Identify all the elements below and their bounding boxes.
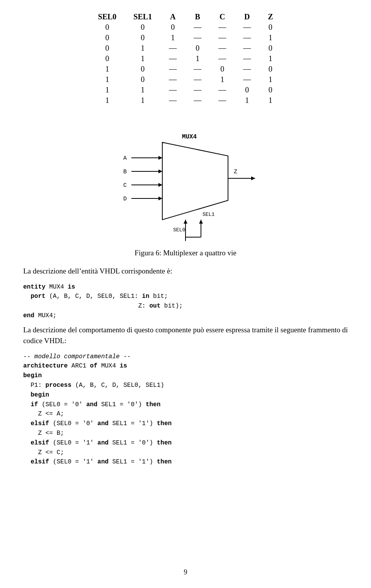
table-cell: 1 (185, 53, 210, 64)
table-cell: 0 (125, 74, 160, 85)
page-number: 9 (0, 568, 371, 576)
mux4-diagram: MUX4 A B C D Z (108, 117, 263, 241)
table-cell: 0 (125, 64, 160, 74)
table-row: 01—0——0 (90, 43, 282, 53)
svg-marker-15 (251, 176, 255, 180)
table-row: 000———0 (90, 22, 282, 32)
table-cell: — (235, 64, 259, 74)
table-cell: 0 (259, 43, 281, 53)
table-cell: 0 (90, 53, 125, 64)
table-cell: — (185, 22, 210, 32)
table-cell: — (185, 95, 210, 106)
paragraph-1: La descrizione dell’entità VHDL corrispo… (23, 266, 348, 277)
table-cell: 1 (90, 64, 125, 74)
table-cell: — (210, 43, 235, 53)
table-row: 11———00 (90, 85, 282, 95)
table-cell: — (160, 53, 185, 64)
table-cell: 1 (90, 85, 125, 95)
svg-text:SEL0: SEL0 (173, 227, 185, 233)
table-cell: 1 (90, 95, 125, 106)
table-cell: 0 (210, 64, 235, 74)
table-cell: 1 (259, 95, 281, 106)
table-cell: — (185, 32, 210, 43)
figure-caption: Figura 6: Multiplexer a quattro vie (23, 249, 348, 257)
table-cell: 0 (235, 85, 259, 95)
table-cell: — (160, 64, 185, 74)
table-row: 01—1——1 (90, 53, 282, 64)
table-cell: 0 (125, 22, 160, 32)
svg-marker-24 (199, 220, 203, 224)
paragraph-2: La descrizione del comportamento di ques… (23, 325, 348, 347)
svg-marker-6 (158, 169, 162, 173)
table-cell: — (185, 74, 210, 85)
table-cell: — (160, 74, 185, 85)
svg-text:C: C (123, 182, 127, 189)
svg-text:D: D (123, 196, 127, 202)
col-header-sel0: SEL0 (90, 12, 125, 22)
col-header-d: D (235, 12, 259, 22)
page: SEL0 SEL1 A B C D Z 000———0001———101—0——… (0, 0, 371, 588)
svg-marker-21 (184, 220, 187, 224)
svg-marker-1 (162, 142, 228, 220)
table-cell: 1 (125, 95, 160, 106)
svg-text:MUX4: MUX4 (182, 133, 197, 140)
svg-marker-9 (158, 183, 162, 187)
table-cell: 1 (259, 53, 281, 64)
table-cell: 1 (259, 32, 281, 43)
diagram-container: MUX4 A B C D Z (23, 117, 348, 241)
table-cell: — (160, 85, 185, 95)
col-header-a: A (160, 12, 185, 22)
table-cell: — (210, 22, 235, 32)
arch-code: -- modello comportamentale -- architectu… (23, 352, 348, 467)
table-cell: 0 (185, 43, 210, 53)
col-header-b: B (185, 12, 210, 22)
svg-marker-12 (158, 197, 162, 200)
table-cell: 1 (90, 74, 125, 85)
table-cell: 1 (235, 95, 259, 106)
table-cell: — (235, 53, 259, 64)
table-cell: — (235, 32, 259, 43)
table-row: 10——0—0 (90, 64, 282, 74)
table-cell: — (210, 85, 235, 95)
table-cell: 1 (125, 53, 160, 64)
table-cell: — (210, 32, 235, 43)
table-row: 001———1 (90, 32, 282, 43)
table-cell: — (210, 53, 235, 64)
table-cell: 1 (259, 74, 281, 85)
svg-text:A: A (123, 155, 127, 162)
table-cell: — (185, 85, 210, 95)
table-cell: 1 (125, 85, 160, 95)
table-cell: — (235, 74, 259, 85)
table-cell: 0 (90, 43, 125, 53)
table-row: 10——1—1 (90, 74, 282, 85)
table-cell: 0 (259, 85, 281, 95)
table-cell: — (185, 64, 210, 74)
table-cell: 0 (259, 64, 281, 74)
table-row: 11———11 (90, 95, 282, 106)
table-cell: 0 (125, 32, 160, 43)
col-header-z: Z (259, 12, 281, 22)
table-cell: 1 (210, 74, 235, 85)
svg-text:B: B (123, 169, 127, 175)
table-cell: 0 (259, 22, 281, 32)
entity-code: entity MUX4 is port (A, B, C, D, SEL0, S… (23, 282, 348, 321)
svg-marker-3 (158, 156, 162, 160)
truth-table: SEL0 SEL1 A B C D Z 000———0001———101—0——… (90, 12, 282, 106)
table-cell: — (160, 95, 185, 106)
table-cell: — (160, 43, 185, 53)
table-cell: 0 (160, 22, 185, 32)
table-cell: 1 (125, 43, 160, 53)
col-header-sel1: SEL1 (125, 12, 160, 22)
table-cell: — (235, 43, 259, 53)
svg-text:Z: Z (234, 169, 237, 175)
table-cell: 0 (90, 32, 125, 43)
table-cell: 0 (90, 22, 125, 32)
svg-text:SEL1: SEL1 (203, 212, 214, 217)
table-cell: — (210, 95, 235, 106)
col-header-c: C (210, 12, 235, 22)
table-cell: — (235, 22, 259, 32)
table-cell: 1 (160, 32, 185, 43)
